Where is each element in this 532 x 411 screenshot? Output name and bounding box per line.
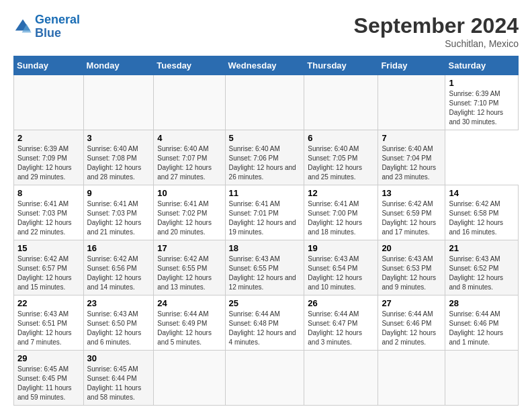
day-cell-19: 19 Sunrise: 6:43 AMSunset: 6:54 PMDaylig… [304,240,378,295]
day-number: 7 [382,133,441,143]
day-info: Sunrise: 6:43 AMSunset: 6:52 PMDaylight:… [449,255,503,291]
location-subtitle: Suchitlan, Mexico [354,38,519,49]
day-number: 9 [87,188,150,198]
day-cell-3: 3 Sunrise: 6:40 AMSunset: 7:08 PMDayligh… [83,130,154,185]
day-info: Sunrise: 6:43 AMSunset: 6:51 PMDaylight:… [17,310,72,346]
day-info: Sunrise: 6:43 AMSunset: 6:50 PMDaylight:… [87,310,142,346]
day-info: Sunrise: 6:40 AMSunset: 7:08 PMDaylight:… [87,145,142,181]
day-cell-24: 24 Sunrise: 6:44 AMSunset: 6:49 PMDaylig… [154,295,225,351]
day-cell-8: 8 Sunrise: 6:41 AMSunset: 7:03 PMDayligh… [14,185,84,240]
day-cell-17: 17 Sunrise: 6:42 AMSunset: 6:55 PMDaylig… [154,240,225,295]
day-info: Sunrise: 6:39 AMSunset: 7:10 PMDaylight:… [449,90,503,126]
day-info: Sunrise: 6:43 AMSunset: 6:54 PMDaylight:… [308,255,362,291]
day-number: 17 [157,243,221,253]
logo-line1: General [35,13,80,26]
day-number: 3 [87,133,150,143]
day-number: 8 [17,188,80,198]
day-cell-13: 13 Sunrise: 6:42 AMSunset: 6:59 PMDaylig… [378,185,445,240]
empty-cell [378,351,445,406]
day-info: Sunrise: 6:40 AMSunset: 7:07 PMDaylight:… [157,145,212,181]
day-cell-14: 14 Sunrise: 6:42 AMSunset: 6:58 PMDaylig… [445,185,519,240]
day-cell-2: 2 Sunrise: 6:39 AMSunset: 7:09 PMDayligh… [14,130,84,185]
day-number: 11 [229,188,301,198]
day-info: Sunrise: 6:39 AMSunset: 7:09 PMDaylight:… [17,145,72,181]
header-row: SundayMondayTuesdayWednesdayThursdayFrid… [14,56,519,75]
day-cell-22: 22 Sunrise: 6:43 AMSunset: 6:51 PMDaylig… [14,295,84,351]
day-number: 1 [449,78,515,88]
day-number: 27 [382,298,441,308]
day-cell-15: 15 Sunrise: 6:42 AMSunset: 6:57 PMDaylig… [14,240,84,295]
day-cell-28: 28 Sunrise: 6:44 AMSunset: 6:46 PMDaylig… [445,295,519,351]
day-info: Sunrise: 6:44 AMSunset: 6:46 PMDaylight:… [449,310,503,346]
calendar-header: SundayMondayTuesdayWednesdayThursdayFrid… [14,56,519,75]
day-number: 21 [449,243,515,253]
logo-icon [13,17,32,36]
day-cell-18: 18 Sunrise: 6:43 AMSunset: 6:55 PMDaylig… [225,240,304,295]
empty-cell [304,351,378,406]
day-info: Sunrise: 6:44 AMSunset: 6:49 PMDaylight:… [157,310,212,346]
day-info: Sunrise: 6:45 AMSunset: 6:44 PMDaylight:… [87,365,142,401]
day-number: 30 [87,353,150,363]
day-cell-9: 9 Sunrise: 6:41 AMSunset: 7:03 PMDayligh… [83,185,154,240]
day-number: 19 [308,243,374,253]
week-row-2: 8 Sunrise: 6:41 AMSunset: 7:03 PMDayligh… [14,185,519,240]
day-number: 15 [17,243,80,253]
empty-cell [154,75,225,130]
day-cell-11: 11 Sunrise: 6:41 AMSunset: 7:01 PMDaylig… [225,185,304,240]
empty-cell [225,351,304,406]
day-info: Sunrise: 6:45 AMSunset: 6:45 PMDaylight:… [17,365,72,401]
day-info: Sunrise: 6:42 AMSunset: 6:57 PMDaylight:… [17,255,72,291]
day-number: 18 [229,243,301,253]
day-info: Sunrise: 6:44 AMSunset: 6:47 PMDaylight:… [308,310,362,346]
day-number: 4 [157,133,221,143]
day-number: 12 [308,188,374,198]
day-cell-10: 10 Sunrise: 6:41 AMSunset: 7:02 PMDaylig… [154,185,225,240]
day-cell-7: 7 Sunrise: 6:40 AMSunset: 7:04 PMDayligh… [378,130,445,185]
header-cell-wednesday: Wednesday [225,56,304,75]
day-cell-25: 25 Sunrise: 6:44 AMSunset: 6:48 PMDaylig… [225,295,304,351]
day-cell-16: 16 Sunrise: 6:42 AMSunset: 6:56 PMDaylig… [83,240,154,295]
week-row-3: 15 Sunrise: 6:42 AMSunset: 6:57 PMDaylig… [14,240,519,295]
day-number: 24 [157,298,221,308]
day-info: Sunrise: 6:41 AMSunset: 7:02 PMDaylight:… [157,200,212,236]
day-info: Sunrise: 6:42 AMSunset: 6:56 PMDaylight:… [87,255,142,291]
day-info: Sunrise: 6:42 AMSunset: 6:59 PMDaylight:… [382,200,436,236]
week-row-4: 22 Sunrise: 6:43 AMSunset: 6:51 PMDaylig… [14,295,519,351]
day-number: 14 [449,188,515,198]
day-cell-26: 26 Sunrise: 6:44 AMSunset: 6:47 PMDaylig… [304,295,378,351]
header-cell-sunday: Sunday [14,56,84,75]
week-row-0: 1 Sunrise: 6:39 AMSunset: 7:10 PMDayligh… [14,75,519,130]
day-number: 2 [17,133,80,143]
header-cell-monday: Monday [83,56,154,75]
day-cell-21: 21 Sunrise: 6:43 AMSunset: 6:52 PMDaylig… [445,240,519,295]
week-row-5: 29 Sunrise: 6:45 AMSunset: 6:45 PMDaylig… [14,351,519,406]
day-info: Sunrise: 6:41 AMSunset: 7:03 PMDaylight:… [17,200,72,236]
day-cell-4: 4 Sunrise: 6:40 AMSunset: 7:07 PMDayligh… [154,130,225,185]
day-info: Sunrise: 6:43 AMSunset: 6:55 PMDaylight:… [229,255,296,291]
day-info: Sunrise: 6:42 AMSunset: 6:55 PMDaylight:… [157,255,212,291]
day-info: Sunrise: 6:42 AMSunset: 6:58 PMDaylight:… [449,200,503,236]
week-row-1: 2 Sunrise: 6:39 AMSunset: 7:09 PMDayligh… [14,130,519,185]
empty-cell [304,75,378,130]
day-info: Sunrise: 6:44 AMSunset: 6:48 PMDaylight:… [229,310,296,346]
day-cell-12: 12 Sunrise: 6:41 AMSunset: 7:00 PMDaylig… [304,185,378,240]
day-cell-30: 30 Sunrise: 6:45 AMSunset: 6:44 PMDaylig… [83,351,154,406]
day-number: 6 [308,133,374,143]
logo-line2: Blue [35,26,61,40]
calendar-table: SundayMondayTuesdayWednesdayThursdayFrid… [13,56,519,406]
day-cell-20: 20 Sunrise: 6:43 AMSunset: 6:53 PMDaylig… [378,240,445,295]
empty-cell [225,75,304,130]
empty-cell [14,75,84,130]
day-number: 28 [449,298,515,308]
header-cell-saturday: Saturday [445,56,519,75]
month-title: September 2024 [354,13,519,38]
empty-cell [445,351,519,406]
day-number: 10 [157,188,221,198]
logo-text: General Blue [35,13,80,40]
day-info: Sunrise: 6:41 AMSunset: 7:00 PMDaylight:… [308,200,362,236]
header-cell-thursday: Thursday [304,56,378,75]
day-info: Sunrise: 6:41 AMSunset: 7:01 PMDaylight:… [229,200,296,236]
day-number: 22 [17,298,80,308]
day-info: Sunrise: 6:43 AMSunset: 6:53 PMDaylight:… [382,255,436,291]
day-info: Sunrise: 6:40 AMSunset: 7:04 PMDaylight:… [382,145,436,181]
